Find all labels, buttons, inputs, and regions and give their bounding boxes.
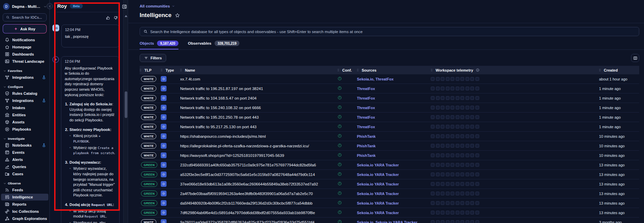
- columns-settings-button[interactable]: [631, 54, 639, 62]
- table-row[interactable]: GREEN37ee066d18e93db613a1a08c3560e6ac260…: [140, 179, 639, 189]
- column-header-type[interactable]: Type: [161, 68, 180, 72]
- sidebar-section-observe[interactable]: Observe: [0, 178, 49, 186]
- thumb-down-icon[interactable]: [113, 16, 118, 20]
- sidebar-item-playbooks[interactable]: Playbooks: [1, 126, 48, 133]
- table-row[interactable]: WHITEhttps://wavysoft.shop/cpn/?id=12525…: [140, 151, 639, 160]
- table-row[interactable]: WHITExx.7.4t.comSekoia.io, ThreatFoxabou…: [140, 74, 639, 84]
- sources-link[interactable]: Sekoia.io, Sekoia.io YARA Tracker: [357, 220, 431, 223]
- column-header-sources[interactable]: Sources: [357, 68, 431, 72]
- table-row[interactable]: WHITENetwork traffic to 195.201.250.78 o…: [140, 113, 639, 122]
- sources-link[interactable]: Sekoia.io YARA Tracker: [357, 211, 431, 215]
- sources-link[interactable]: ThreatFox: [357, 96, 431, 100]
- column-header-tlp[interactable]: TLP: [140, 68, 161, 72]
- object-name[interactable]: a532f3e3ec5e8f1ac0d37725907bc5a6d1e5c315…: [180, 173, 337, 177]
- table-row[interactable]: WHITEhttps://allegrolokalnie.pl-oferta-s…: [140, 141, 639, 151]
- object-name[interactable]: 37ee066d18e93db613a1a08c3560e6ac2606644b…: [180, 182, 337, 186]
- communities-selector[interactable]: All communities: [140, 4, 175, 8]
- table-row[interactable]: WHITENetwork traffic to 156.240.108.32 o…: [140, 103, 639, 113]
- object-name[interactable]: da5f49480920b4b00f6c2f2cb117660eda29f136…: [180, 201, 337, 205]
- scrollbar-up-arrow[interactable]: [125, 15, 127, 17]
- search-iocs-input[interactable]: Search for IOCs...: [3, 13, 47, 21]
- sidebar-item-queries[interactable]: Queries: [1, 163, 48, 170]
- table-row[interactable]: GREEN7df629804ab6f6e4d1c5891d4a7970dd6dd…: [140, 208, 639, 218]
- object-name[interactable]: Network traffic to 196.251.87.197 on por…: [180, 87, 337, 91]
- sources-link[interactable]: Sekoia.io, ThreatFox: [357, 77, 431, 81]
- sources-link[interactable]: ThreatFox: [357, 106, 431, 110]
- sources-link[interactable]: Sekoia.io YARA Tracker: [357, 192, 431, 196]
- column-header-workspace-telemetry[interactable]: Workspace telemetry: [431, 68, 599, 72]
- thumb-up-icon[interactable]: [106, 16, 110, 20]
- scrollbar-thumb[interactable]: [125, 91, 127, 118]
- tab-observables[interactable]: Observables328,701,219: [188, 41, 240, 49]
- object-name[interactable]: Network traffic to 195.201.250.78 on por…: [180, 115, 337, 119]
- tab-objects[interactable]: Objects9,187,420: [140, 41, 178, 49]
- sidebar-item-homepage[interactable]: Homepage: [1, 44, 48, 50]
- table-row[interactable]: WHITEhttps://shabanpourco.com/wp-include…: [140, 132, 639, 141]
- sidebar-item-assets[interactable]: Assets: [1, 119, 48, 125]
- column-label: Created: [604, 68, 618, 72]
- sidebar-item-entities[interactable]: Entities: [1, 111, 48, 118]
- sources-link[interactable]: ThreatFox: [357, 87, 431, 91]
- column-header-created[interactable]: Created: [599, 68, 639, 72]
- table-row[interactable]: GREEN2a4f7bde03baaf5f09195941263a4ee3fdf…: [140, 189, 639, 198]
- object-name[interactable]: xx.7.4t.com: [180, 77, 337, 81]
- table-row[interactable]: WHITE9a76011aa0de6372a358787df862624a825…: [140, 218, 639, 223]
- sidebar-item-rules-catalog[interactable]: Rules Catalog: [1, 90, 48, 97]
- sources-link[interactable]: Sekoia.io YARA Tracker: [357, 173, 431, 177]
- sidebar-item-integrations[interactable]: Integrations: [1, 97, 48, 104]
- table-row[interactable]: GREENda5f49480920b4b00f6c2f2cb117660eda2…: [140, 198, 639, 208]
- caret-down-icon: [3, 70, 6, 72]
- column-header-conf[interactable]: Conf.: [337, 68, 357, 72]
- chat-collapse-button[interactable]: [122, 4, 127, 9]
- sidebar-item-integrations[interactable]: Integrations: [1, 74, 48, 81]
- sidebar-item-threat-landscape[interactable]: Threat Landscape: [1, 58, 48, 65]
- sidebar-item-notebooks[interactable]: Notebooks: [1, 142, 48, 149]
- sidebar-collapse-button[interactable]: [47, 3, 53, 9]
- object-name[interactable]: 2a4f7bde03baaf5f09195941263a4ee3fdfb0b48…: [180, 192, 337, 196]
- sidebar-item-intelligence[interactable]: Intelligence: [1, 194, 48, 200]
- table-row[interactable]: WHITENetwork traffic to 104.168.5.47 on …: [140, 93, 639, 103]
- sidebar-item-events[interactable]: Events: [1, 149, 48, 156]
- star-icon[interactable]: [175, 13, 180, 18]
- sidebar-item-notifications[interactable]: Notifications: [1, 36, 48, 43]
- object-name[interactable]: 7df629804ab6f6e4d1c5891d4a7970dd6dd38bdf…: [180, 211, 337, 215]
- sources-link[interactable]: ThreatFox: [357, 115, 431, 119]
- sources-link[interactable]: PhishTank: [357, 153, 431, 158]
- sidebar-item-dashboards[interactable]: Dashboards: [1, 51, 48, 58]
- sidebar-item-intakes[interactable]: Intakes: [1, 104, 48, 111]
- column-header-name[interactable]: Name: [180, 68, 337, 72]
- object-name[interactable]: Network traffic to 104.168.5.47 on port …: [180, 96, 337, 100]
- ask-roy-button[interactable]: Ask Roy: [3, 24, 47, 33]
- object-name[interactable]: https://shabanpourco.com/wp-includes/js/…: [180, 134, 337, 138]
- sidebar-section-favorites[interactable]: Favorites: [0, 65, 49, 74]
- object-name[interactable]: Network traffic to 95.217.25.130 on port…: [180, 125, 337, 129]
- object-name[interactable]: https://allegrolokalnie.pl-oferta-szafka…: [180, 144, 337, 148]
- sidebar-item-ioc-collections[interactable]: Ioc Collections: [1, 208, 48, 215]
- table-row[interactable]: WHITENetwork traffic to 196.251.87.197 o…: [140, 84, 639, 93]
- sources-link[interactable]: Sekoia.io YARA Tracker: [357, 182, 431, 186]
- sources-link[interactable]: Sekoia.io YARA Tracker: [357, 163, 431, 167]
- table-row[interactable]: WHITENetwork traffic to 95.217.25.130 on…: [140, 122, 639, 132]
- sources-link[interactable]: PhishTank: [357, 144, 431, 148]
- object-name[interactable]: https://wavysoft.shop/cpn/?id=1252518101…: [180, 153, 337, 158]
- sidebar-section-configure[interactable]: Configure: [0, 81, 49, 90]
- sidebar-item-cases[interactable]: Cases: [1, 170, 48, 177]
- sidebar-section-investigate[interactable]: Investigate: [0, 133, 49, 142]
- sources-link[interactable]: ThreatFox: [357, 125, 431, 129]
- object-name[interactable]: 9a76011aa0de6372a358787df862624a825c873c…: [180, 220, 337, 223]
- table-row[interactable]: GREENa532f3e3ec5e8f1ac0d37725907bc5a6d1e…: [140, 170, 639, 179]
- intelligence-search-input[interactable]: Search the Intelligence database for all…: [140, 27, 639, 36]
- filters-button[interactable]: Filters: [140, 54, 166, 62]
- sidebar-item-label: Alerts: [12, 158, 23, 162]
- sidebar-item-reports[interactable]: Reports: [1, 201, 48, 208]
- sidebar-item-alerts[interactable]: Alerts: [1, 156, 48, 163]
- workspace-name: Dagma - Multi T...: [12, 4, 41, 9]
- sources-link[interactable]: PhishTank: [357, 134, 431, 138]
- sources-link[interactable]: Sekoia.io YARA Tracker: [357, 201, 431, 205]
- object-name[interactable]: 232cd945669391a40fc650ab3575711c0a9c975e…: [180, 163, 337, 167]
- sidebar-item-feeds[interactable]: Feeds: [1, 187, 48, 193]
- object-name[interactable]: Network traffic to 156.240.108.32 on por…: [180, 106, 337, 110]
- table-row[interactable]: GREEN232cd945669391a40fc650ab3575711c0a9…: [140, 160, 639, 170]
- workspace-switcher[interactable]: D Dagma - Multi T...: [0, 0, 49, 10]
- sidebar-item-graph-explorations[interactable]: Graph Explorations: [1, 215, 48, 222]
